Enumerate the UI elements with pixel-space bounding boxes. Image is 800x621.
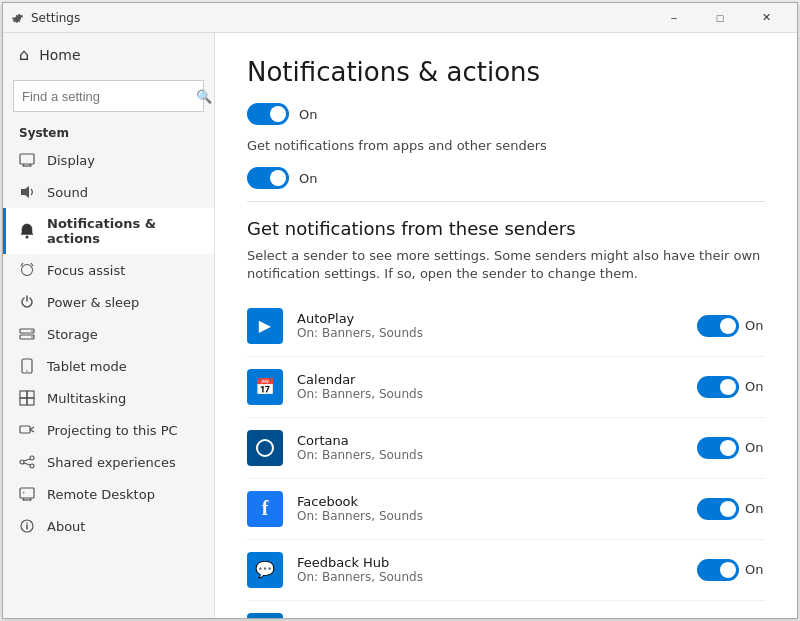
app-item-mail[interactable]: ✉ Mail On: Banners, Sounds On <box>247 601 765 618</box>
sidebar-item-shared[interactable]: Shared experiences <box>3 446 214 478</box>
app-sub-calendar: On: Banners, Sounds <box>297 387 683 401</box>
sidebar-item-focus[interactable]: Focus assist <box>3 254 214 286</box>
sidebar-item-home[interactable]: ⌂ Home <box>3 33 214 76</box>
main-toggle-label: On <box>299 107 317 122</box>
multitasking-icon <box>19 390 35 406</box>
app-item-calendar[interactable]: 📅 Calendar On: Banners, Sounds On <box>247 357 765 418</box>
app-toggle-label-calendar: On <box>745 379 765 394</box>
shared-label: Shared experiences <box>47 455 176 470</box>
search-input[interactable] <box>22 89 190 104</box>
sidebar-item-display[interactable]: Display <box>3 144 214 176</box>
svg-line-22 <box>24 459 30 461</box>
maximize-button[interactable]: □ <box>697 3 743 33</box>
power-icon <box>19 294 35 310</box>
sidebar-item-storage[interactable]: Storage <box>3 318 214 350</box>
titlebar-left: Settings <box>11 11 80 25</box>
svg-line-23 <box>24 463 30 465</box>
app-toggle-autoplay[interactable] <box>697 315 739 337</box>
svg-rect-24 <box>20 488 34 498</box>
app-name-calendar: Calendar <box>297 372 683 387</box>
svg-rect-13 <box>27 391 34 398</box>
app-toggle-feedbackhub[interactable] <box>697 559 739 581</box>
svg-point-5 <box>26 236 29 239</box>
app-icon-cortana <box>247 430 283 466</box>
notif-toggle-row: On <box>247 167 765 189</box>
focus-label: Focus assist <box>47 263 125 278</box>
svg-point-21 <box>30 464 34 468</box>
app-icon-autoplay: ▶ <box>247 308 283 344</box>
app-toggle-calendar[interactable] <box>697 376 739 398</box>
sound-icon <box>19 184 35 200</box>
app-item-feedbackhub[interactable]: 💬 Feedback Hub On: Banners, Sounds On <box>247 540 765 601</box>
svg-point-11 <box>26 370 27 371</box>
app-toggle-facebook[interactable] <box>697 498 739 520</box>
app-info-cortana: Cortana On: Banners, Sounds <box>297 433 683 462</box>
content-area: ⌂ Home 🔍 System Display Sound <box>3 33 797 618</box>
home-label: Home <box>39 47 80 63</box>
app-info-autoplay: AutoPlay On: Banners, Sounds <box>297 311 683 340</box>
svg-point-9 <box>31 336 33 338</box>
sidebar-item-power[interactable]: Power & sleep <box>3 286 214 318</box>
tablet-label: Tablet mode <box>47 359 127 374</box>
notifications-icon <box>19 223 35 239</box>
app-sub-cortana: On: Banners, Sounds <box>297 448 683 462</box>
sidebar-item-about[interactable]: About <box>3 510 214 542</box>
app-toggle-label-autoplay: On <box>745 318 765 333</box>
app-toggle-label-cortana: On <box>745 440 765 455</box>
svg-rect-14 <box>20 398 27 405</box>
projecting-label: Projecting to this PC <box>47 423 178 438</box>
titlebar-controls: − □ ✕ <box>651 3 789 33</box>
app-sub-facebook: On: Banners, Sounds <box>297 509 683 523</box>
svg-point-32 <box>257 440 273 456</box>
power-label: Power & sleep <box>47 295 139 310</box>
about-label: About <box>47 519 85 534</box>
page-title: Notifications & actions <box>247 57 765 87</box>
divider <box>247 201 765 202</box>
app-item-autoplay[interactable]: ▶ AutoPlay On: Banners, Sounds On <box>247 296 765 357</box>
svg-marker-4 <box>21 186 29 198</box>
window-title: Settings <box>31 11 80 25</box>
app-sub-feedbackhub: On: Banners, Sounds <box>297 570 683 584</box>
main-content: Notifications & actions On Get notificat… <box>215 33 797 618</box>
app-item-facebook[interactable]: f Facebook On: Banners, Sounds On <box>247 479 765 540</box>
display-label: Display <box>47 153 95 168</box>
sidebar-item-multitasking[interactable]: Multitasking <box>3 382 214 414</box>
app-info-facebook: Facebook On: Banners, Sounds <box>297 494 683 523</box>
notif-toggle[interactable] <box>247 167 289 189</box>
titlebar: Settings − □ ✕ <box>3 3 797 33</box>
sound-label: Sound <box>47 185 88 200</box>
storage-label: Storage <box>47 327 98 342</box>
app-info-feedbackhub: Feedback Hub On: Banners, Sounds <box>297 555 683 584</box>
svg-point-31 <box>26 522 28 524</box>
storage-icon <box>19 326 35 342</box>
app-icon-mail: ✉ <box>247 613 283 618</box>
app-toggle-cortana[interactable] <box>697 437 739 459</box>
tablet-icon <box>19 358 35 374</box>
app-toggle-label-feedbackhub: On <box>745 562 765 577</box>
app-icon-calendar: 📅 <box>247 369 283 405</box>
svg-line-17 <box>30 427 34 430</box>
main-toggle[interactable] <box>247 103 289 125</box>
sidebar-item-notifications[interactable]: Notifications & actions <box>3 208 214 254</box>
svg-point-8 <box>31 330 33 332</box>
close-button[interactable]: ✕ <box>743 3 789 33</box>
svg-rect-12 <box>20 391 27 398</box>
app-list: ▶ AutoPlay On: Banners, Sounds On 📅 Cale… <box>247 296 765 618</box>
sidebar-item-remote[interactable]: Remote Desktop <box>3 478 214 510</box>
sidebar-item-sound[interactable]: Sound <box>3 176 214 208</box>
app-item-cortana[interactable]: Cortana On: Banners, Sounds On <box>247 418 765 479</box>
sidebar-item-projecting[interactable]: Projecting to this PC <box>3 414 214 446</box>
display-icon <box>19 152 35 168</box>
app-toggle-row-facebook: On <box>697 498 765 520</box>
app-toggle-row-feedbackhub: On <box>697 559 765 581</box>
top-toggle-row: On <box>247 103 765 125</box>
system-section-label: System <box>3 120 214 144</box>
app-name-mail: Mail <box>297 616 683 618</box>
minimize-button[interactable]: − <box>651 3 697 33</box>
app-name-cortana: Cortana <box>297 433 683 448</box>
sidebar: ⌂ Home 🔍 System Display Sound <box>3 33 215 618</box>
sidebar-item-tablet[interactable]: Tablet mode <box>3 350 214 382</box>
about-icon <box>19 518 35 534</box>
app-sub-autoplay: On: Banners, Sounds <box>297 326 683 340</box>
svg-rect-0 <box>20 154 34 164</box>
